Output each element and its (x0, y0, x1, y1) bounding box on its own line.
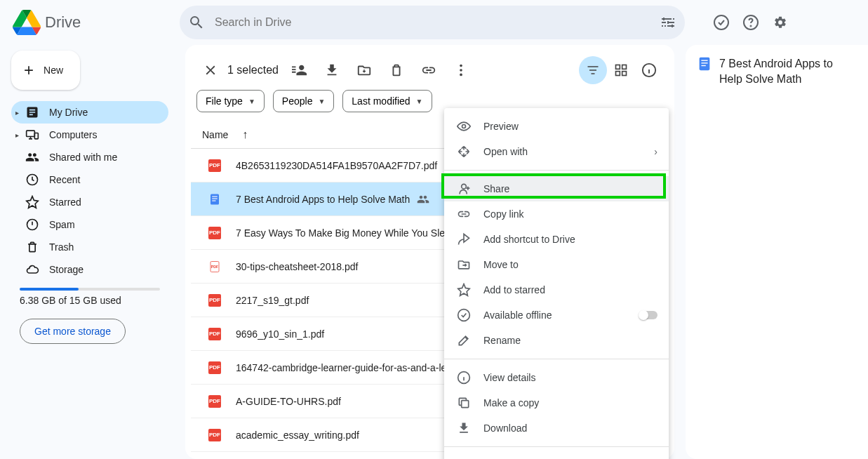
svg-rect-4 (34, 133, 38, 139)
filter-people[interactable]: People▼ (273, 90, 335, 112)
clear-selection-button[interactable] (196, 56, 225, 84)
chevron-down-icon: ▼ (248, 98, 255, 105)
sidebar-item-label: Shared with me (49, 152, 117, 163)
sidebar-item-computers[interactable]: ▸Computers (11, 124, 168, 146)
download-button[interactable] (318, 56, 346, 84)
settings-icon[interactable] (772, 14, 789, 31)
svg-rect-25 (462, 401, 469, 408)
move-button[interactable] (350, 56, 378, 84)
menu-item-download[interactable]: Download (444, 415, 669, 441)
filter-file-type[interactable]: File type▼ (196, 90, 265, 112)
sidebar: + New ▸My Drive▸ComputersShared with meR… (0, 45, 180, 459)
details-panel: 7 Best Android Apps to Help Solve Math (686, 45, 868, 459)
menu-item-label: Available offline (483, 310, 552, 321)
svg-point-0 (714, 15, 728, 29)
menu-separator (444, 170, 669, 171)
offline-icon (455, 307, 472, 324)
menu-item-move-to[interactable]: Move to (444, 252, 669, 277)
drive-logo-icon[interactable] (11, 7, 42, 38)
group-icon (24, 149, 41, 166)
sidebar-item-trash[interactable]: Trash (11, 236, 168, 258)
sidebar-item-label: Storage (49, 264, 84, 275)
svg-point-8 (460, 69, 462, 72)
menu-item-open-with[interactable]: Open with› (444, 139, 669, 164)
sidebar-item-spam[interactable]: Spam (11, 213, 168, 236)
share-button[interactable] (286, 56, 314, 84)
menu-item-available-offline[interactable]: Available offline (444, 302, 669, 328)
file-type-icon: PDF (206, 292, 223, 309)
star-icon (455, 281, 472, 298)
file-type-icon: PDF (206, 258, 223, 275)
svg-rect-13 (622, 72, 627, 76)
sidebar-item-storage[interactable]: Storage (11, 258, 168, 281)
svg-text:PDF: PDF (211, 264, 219, 268)
sidebar-item-recent[interactable]: Recent (11, 168, 168, 191)
selection-count: 1 selected (227, 64, 279, 76)
menu-item-copy-link[interactable]: Copy link (444, 201, 669, 227)
chevron-down-icon: ▼ (318, 98, 325, 105)
svg-point-7 (460, 65, 462, 67)
svg-rect-28 (701, 62, 707, 63)
menu-item-make-a-copy[interactable]: Make a copy (444, 390, 669, 415)
new-button-label: New (44, 65, 63, 76)
search-input[interactable] (215, 6, 660, 39)
offline-toggle[interactable] (639, 311, 657, 319)
chevron-right-icon: › (654, 146, 657, 157)
ready-offline-icon[interactable] (713, 14, 730, 31)
file-type-icon: PDF (206, 225, 223, 241)
sidebar-item-label: Computers (49, 129, 97, 140)
file-type-icon (206, 191, 223, 208)
sidebar-item-shared-with-me[interactable]: Shared with me (11, 146, 168, 168)
storage-text: 6.38 GB of 15 GB used (20, 295, 160, 306)
sidebar-item-starred[interactable]: Starred (11, 191, 168, 213)
menu-item-add-to-starred[interactable]: Add to starred (444, 277, 669, 302)
shortcut-icon (455, 231, 472, 248)
file-type-icon: PDF (206, 326, 223, 342)
support-icon[interactable] (742, 14, 759, 31)
expand-caret-icon: ▸ (15, 131, 24, 139)
details-title: 7 Best Android Apps to Help Solve Math (719, 56, 857, 86)
menu-item-label: Preview (483, 121, 519, 132)
sort-arrow-icon[interactable]: ↑ (242, 128, 248, 141)
filter-toggle-button[interactable] (579, 56, 607, 84)
filter-last-modified[interactable]: Last modified▼ (342, 90, 432, 112)
gdoc-icon (697, 56, 712, 72)
menu-item-remove[interactable]: Remove (444, 453, 669, 459)
column-name[interactable]: Name (202, 129, 228, 140)
shared-icon (417, 193, 429, 206)
svg-rect-12 (616, 72, 620, 76)
menu-item-share[interactable]: Share (444, 176, 669, 201)
new-button[interactable]: + New (11, 51, 80, 90)
header-actions (713, 14, 789, 31)
info-icon (455, 369, 472, 386)
view-details-button[interactable] (635, 56, 663, 84)
personadd-icon (455, 180, 472, 197)
file-type-icon: PDF (206, 393, 223, 410)
link-button[interactable] (415, 56, 443, 84)
sidebar-item-my-drive[interactable]: ▸My Drive (11, 101, 168, 124)
menu-item-view-details[interactable]: View details (444, 365, 669, 390)
product-name: Drive (45, 13, 81, 32)
trash-icon (24, 239, 41, 255)
chevron-down-icon: ▼ (416, 98, 423, 105)
delete-button[interactable] (382, 56, 410, 84)
svg-point-21 (462, 125, 466, 128)
menu-item-label: Share (483, 183, 509, 194)
more-actions-button[interactable] (447, 56, 475, 84)
eye-icon (455, 118, 472, 135)
openwith-icon (455, 143, 472, 160)
menu-item-preview[interactable]: Preview (444, 114, 669, 139)
menu-item-add-shortcut-to-drive[interactable]: Add shortcut to Drive (444, 227, 669, 252)
expand-caret-icon: ▸ (15, 109, 24, 117)
logo-section: Drive (11, 7, 180, 38)
menu-item-rename[interactable]: Rename (444, 328, 669, 353)
svg-rect-29 (701, 65, 705, 66)
view-grid-button[interactable] (607, 56, 635, 84)
file-type-icon: PDF (206, 427, 223, 444)
search-bar[interactable] (180, 6, 685, 39)
get-storage-button[interactable]: Get more storage (20, 319, 126, 344)
file-type-icon: PDF (206, 157, 223, 174)
search-options-icon[interactable] (660, 14, 676, 31)
svg-rect-18 (212, 200, 215, 201)
spam-icon (24, 216, 41, 233)
